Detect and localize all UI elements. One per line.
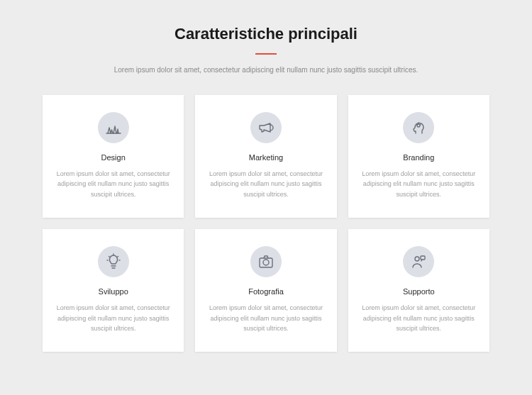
lightbulb-icon	[98, 246, 129, 277]
svg-point-3	[415, 257, 419, 261]
feature-grid: Design Lorem ipsum dolor sit amet, conse…	[43, 95, 489, 352]
feature-card-branding: Branding Lorem ipsum dolor sit amet, con…	[348, 95, 489, 218]
feature-card-title: Marketing	[208, 153, 323, 162]
feature-card-fotografia: Fotografia Lorem ipsum dolor sit amet, c…	[195, 229, 336, 352]
feature-card-desc: Lorem ipsum dolor sit amet, consectetur …	[55, 303, 171, 333]
design-icon	[98, 112, 129, 143]
feature-card-title: Fotografia	[208, 287, 323, 296]
page-subtitle: Lorem ipsum dolor sit amet, consectetur …	[43, 65, 489, 75]
svg-rect-4	[421, 256, 425, 260]
feature-card-marketing: Marketing Lorem ipsum dolor sit amet, co…	[195, 95, 336, 218]
svg-point-2	[263, 260, 269, 265]
feature-card-desc: Lorem ipsum dolor sit amet, consectetur …	[361, 169, 477, 199]
svg-point-0	[417, 124, 420, 127]
feature-card-desc: Lorem ipsum dolor sit amet, consectetur …	[208, 303, 323, 333]
feature-card-desc: Lorem ipsum dolor sit amet, consectetur …	[208, 169, 323, 199]
camera-icon	[250, 246, 282, 277]
head-idea-icon	[403, 112, 434, 143]
feature-card-supporto: Supporto Lorem ipsum dolor sit amet, con…	[348, 229, 489, 352]
accent-divider	[255, 53, 277, 55]
megaphone-icon	[250, 112, 282, 143]
support-person-icon	[403, 246, 434, 277]
feature-card-desc: Lorem ipsum dolor sit amet, consectetur …	[55, 169, 171, 199]
section-header: Caratteristiche principali Lorem ipsum d…	[43, 25, 489, 75]
feature-card-desc: Lorem ipsum dolor sit amet, consectetur …	[361, 303, 477, 333]
page-title: Caratteristiche principali	[43, 25, 489, 43]
feature-card-title: Branding	[361, 153, 477, 162]
feature-card-sviluppo: Sviluppo Lorem ipsum dolor sit amet, con…	[43, 229, 184, 352]
feature-card-title: Design	[55, 153, 171, 162]
feature-card-design: Design Lorem ipsum dolor sit amet, conse…	[43, 95, 184, 218]
feature-card-title: Supporto	[361, 287, 477, 296]
feature-card-title: Sviluppo	[55, 287, 171, 296]
